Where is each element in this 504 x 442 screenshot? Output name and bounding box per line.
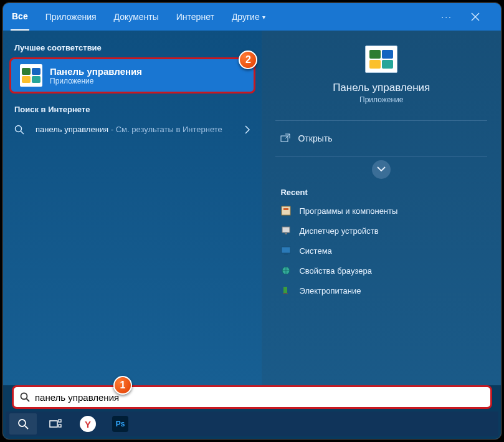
recent-label: Recent (262, 185, 501, 201)
best-match-subtitle: Приложение (50, 77, 142, 85)
results-panel: Лучшее соответствие Панель управления Пр… (3, 31, 262, 385)
svg-rect-8 (284, 254, 288, 255)
recent-item-browser[interactable]: Свойства браузера (275, 261, 487, 281)
annotation-badge-2: 2 (239, 50, 257, 69)
open-icon (280, 133, 290, 143)
search-icon (20, 392, 30, 402)
nav-tab-more[interactable]: Другие▾ (231, 3, 267, 31)
svg-line-1 (21, 131, 24, 134)
svg-rect-10 (283, 287, 287, 293)
taskbar-photoshop-button[interactable]: Ps (107, 413, 134, 435)
svg-rect-4 (283, 208, 288, 210)
system-icon (280, 245, 292, 256)
svg-rect-17 (59, 420, 61, 422)
svg-rect-6 (285, 233, 287, 234)
preview-control-panel-icon (365, 46, 397, 73)
svg-rect-3 (282, 206, 290, 215)
svg-rect-18 (59, 425, 61, 427)
control-panel-icon (20, 64, 42, 87)
more-options-button[interactable]: ··· (437, 12, 456, 22)
svg-rect-5 (282, 227, 290, 233)
svg-point-14 (19, 420, 26, 426)
recent-item-programs[interactable]: Программы и компоненты (275, 201, 487, 221)
svg-rect-11 (283, 293, 288, 294)
taskbar-yandex-button[interactable]: Y (74, 413, 102, 435)
svg-point-12 (21, 393, 27, 400)
devices-icon (280, 225, 292, 236)
recent-item-power[interactable]: Электропитание (275, 281, 487, 300)
power-icon (280, 285, 292, 296)
preview-subtitle: Приложение (359, 95, 403, 104)
expand-toggle[interactable] (372, 160, 391, 179)
taskbar-taskview-button[interactable] (42, 413, 69, 435)
preview-title: Панель управления (333, 82, 430, 94)
chevron-down-icon: ▾ (262, 14, 265, 21)
recent-item-system[interactable]: Система (275, 241, 487, 261)
nav-tab-web[interactable]: Интернет (175, 3, 216, 31)
nav-tab-apps[interactable]: Приложения (44, 3, 98, 31)
web-search-label: Поиск в Интернете (3, 98, 262, 118)
taskbar: Y Ps (6, 411, 498, 436)
web-result-text: панель управления - См. результаты в Инт… (36, 124, 235, 135)
svg-rect-7 (282, 247, 290, 253)
best-match-result[interactable]: Панель управления Приложение 2 (9, 57, 255, 94)
browser-props-icon (280, 265, 292, 276)
best-match-label: Лучшее соответствие (3, 37, 262, 56)
search-input[interactable] (35, 392, 484, 403)
annotation-badge-1: 1 (113, 376, 132, 395)
nav-tab-docs[interactable]: Документы (113, 3, 160, 31)
programs-icon (280, 205, 292, 216)
svg-point-0 (16, 125, 22, 132)
search-icon (14, 125, 27, 135)
recent-item-devices[interactable]: Диспетчер устройств (275, 221, 487, 241)
taskbar-search-button[interactable] (9, 413, 37, 435)
svg-line-13 (27, 399, 30, 402)
preview-panel: Панель управления Приложение Открыть Rec… (262, 31, 501, 385)
best-match-title: Панель управления (50, 66, 142, 77)
svg-line-15 (25, 426, 28, 429)
close-button[interactable] (471, 12, 493, 21)
web-search-result[interactable]: панель управления - См. результаты в Инт… (3, 118, 262, 142)
top-nav: Все Приложения Документы Интернет Другие… (3, 3, 501, 31)
open-action[interactable]: Открыть (262, 126, 501, 151)
search-box[interactable]: 1 (12, 385, 492, 409)
nav-tab-all[interactable]: Все (11, 3, 29, 31)
svg-rect-16 (50, 421, 57, 427)
chevron-right-icon (244, 125, 250, 134)
